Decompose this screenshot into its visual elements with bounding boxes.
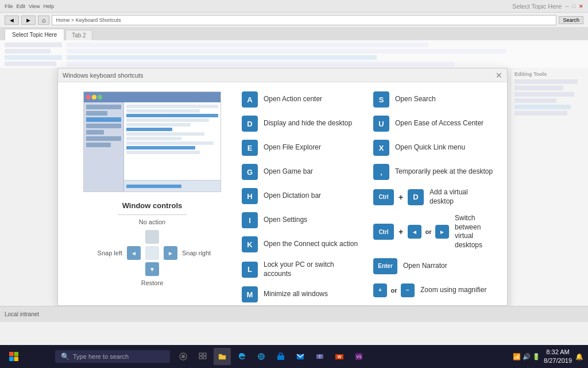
tab-bar: Select Topic Here Tab 2 xyxy=(0,28,588,40)
no-action-label: No action xyxy=(72,218,233,225)
win-row-1 xyxy=(126,105,218,108)
ctrl-center-placeholder xyxy=(145,246,159,260)
window-controls-title: Window controls xyxy=(72,201,233,210)
svg-rect-6 xyxy=(199,353,202,355)
shortcuts-column-left: A Open Action center D Display and hide … xyxy=(242,91,362,296)
panel-close-button[interactable]: ✕ xyxy=(496,71,502,79)
menu-item-edit[interactable]: Edit xyxy=(17,3,26,9)
svg-rect-2 xyxy=(9,357,14,362)
taskbar-icon-teams[interactable]: T xyxy=(311,348,328,365)
win-sidebar-item-3 xyxy=(86,124,121,128)
taskbar-notification-icon[interactable]: 🔔 xyxy=(575,353,583,361)
desc-h: Open Dictation bar xyxy=(264,191,321,201)
taskbar-time-text: 8:32 AM xyxy=(544,348,572,356)
ctrl-d-key-group: Ctrl + D xyxy=(373,189,424,205)
right-sidebar-header: Editing Tools xyxy=(514,71,585,77)
key-k: K xyxy=(242,236,258,252)
win-close-btn xyxy=(86,95,91,99)
forward-button[interactable]: ► xyxy=(21,16,36,25)
controls-middle-row: Snap left ◄ ► Snap right xyxy=(88,246,216,260)
taskbar-clock[interactable]: 8:32 AM 8/27/2019 xyxy=(544,348,572,366)
svg-rect-9 xyxy=(203,356,206,359)
taskbar-icon-vs[interactable]: VS xyxy=(350,348,368,365)
svg-rect-11 xyxy=(277,355,284,360)
window-controls-min[interactable]: ─ xyxy=(565,3,568,9)
taskbar-icon-edge[interactable] xyxy=(233,348,250,365)
desc-e: Open File Explorer xyxy=(264,143,321,152)
key-plus: + xyxy=(373,283,387,297)
key-s: S xyxy=(373,91,389,108)
key-enter: Enter xyxy=(373,258,397,274)
taskbar-icon-explorer[interactable] xyxy=(214,348,231,365)
win-row-4 xyxy=(126,123,191,126)
win-sidebar-item-6 xyxy=(86,143,111,147)
controls-top-row xyxy=(145,230,159,244)
menu-item-view[interactable]: View xyxy=(29,3,40,9)
right-sidebar-bar-5 xyxy=(514,105,571,109)
win-row-6 xyxy=(126,137,181,140)
tab-2[interactable]: Tab 2 xyxy=(65,30,92,40)
desc-g: Open Game bar xyxy=(264,167,313,177)
win-bottom-bar xyxy=(124,180,220,191)
menu-item-help[interactable]: Help xyxy=(43,3,54,9)
window-controls-close[interactable]: ✕ xyxy=(579,3,583,9)
key-g: G xyxy=(242,164,258,180)
ctrl-down-btn[interactable]: ▼ xyxy=(145,262,159,276)
svg-rect-7 xyxy=(203,353,206,355)
desc-enter: Open Narrator xyxy=(403,262,447,271)
desc-x: Open Quick Link menu xyxy=(395,143,465,152)
key-ctrl-2: Ctrl xyxy=(373,224,394,240)
menu-item-file[interactable]: File xyxy=(5,3,13,9)
home-button[interactable]: ⌂ xyxy=(38,16,50,25)
tab-active[interactable]: Select Topic Here xyxy=(5,29,64,40)
taskbar-icon-mail[interactable] xyxy=(292,348,309,365)
toolbar: ◄ ► ⌂ Home > Keyboard Shortcuts Search xyxy=(0,13,588,28)
svg-rect-3 xyxy=(14,357,19,362)
search-toolbar-button[interactable]: Search xyxy=(559,16,583,24)
taskbar-date-text: 8/27/2019 xyxy=(544,356,572,365)
key-minus: − xyxy=(401,283,415,297)
address-bar[interactable]: Home > Keyboard Shortcuts xyxy=(52,15,556,25)
snap-left-label: Snap left xyxy=(88,250,122,256)
key-e: E xyxy=(242,140,258,156)
window-controls-max[interactable]: □ xyxy=(572,3,575,9)
right-sidebar-bar-2 xyxy=(514,86,563,90)
window-title-center: Select Topic Here xyxy=(512,3,562,10)
ctrl-left-btn[interactable]: ◄ xyxy=(127,246,141,260)
win-inner xyxy=(84,102,220,191)
key-l: L xyxy=(242,262,258,278)
ctrl-right-btn[interactable]: ► xyxy=(164,246,177,260)
desc-d: Display and hide the desktop xyxy=(264,119,352,128)
start-button[interactable] xyxy=(0,345,28,368)
win-max-btn xyxy=(98,95,102,99)
address-text: Home > Keyboard Shortcuts xyxy=(56,17,121,23)
svg-rect-0 xyxy=(9,352,14,356)
key-a: A xyxy=(242,91,258,108)
shortcut-row-ctrl-d: Ctrl + D Add a virtual desktop xyxy=(373,188,493,206)
panel-body: Window controls No action Snap left ◄ xyxy=(58,82,507,305)
restore-label: Restore xyxy=(141,279,164,286)
win-sidebar-item-1 xyxy=(86,105,121,109)
win-main xyxy=(124,102,220,180)
key-ctrl-1: Ctrl xyxy=(373,189,394,205)
taskbar-icon-ie[interactable] xyxy=(253,348,270,365)
key-left-arrow: ◄ xyxy=(408,225,421,239)
taskbar: 🔍 Type here to search T W V xyxy=(0,345,588,368)
desc-l: Lock your PC or switch accounts xyxy=(264,260,362,278)
taskbar-right: 📶 🔊 🔋 8:32 AM 8/27/2019 🔔 xyxy=(513,348,588,366)
taskbar-icon-taskview[interactable] xyxy=(194,348,211,365)
desc-a: Open Action center xyxy=(264,95,322,104)
key-d-combo: D xyxy=(408,189,424,205)
taskbar-icon-cortana[interactable] xyxy=(175,348,192,365)
taskbar-icon-office[interactable]: W xyxy=(331,348,348,365)
taskbar-search-box[interactable]: 🔍 Type here to search xyxy=(55,350,170,363)
shortcut-row-enter: Enter Open Narrator xyxy=(373,258,493,274)
back-button[interactable]: ◄ xyxy=(5,16,19,25)
taskbar-icon-store[interactable] xyxy=(272,348,289,365)
win-row-highlight-3 xyxy=(126,146,195,150)
window-panel: Window controls No action Snap left ◄ xyxy=(72,91,233,296)
desc-comma: Temporarily peek at the desktop xyxy=(395,167,493,177)
shortcuts-column-right: S Open Search U Open Ease of Access Cent… xyxy=(373,91,493,296)
key-x: X xyxy=(373,140,389,156)
plus-sign-1: + xyxy=(396,189,405,205)
